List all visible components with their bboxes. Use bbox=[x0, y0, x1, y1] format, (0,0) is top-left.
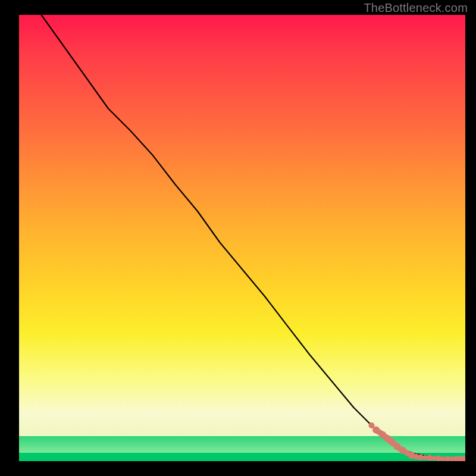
chart-overlay bbox=[19, 15, 465, 461]
data-point bbox=[427, 455, 433, 461]
data-point bbox=[436, 456, 441, 462]
plot-area bbox=[19, 15, 465, 461]
chart-frame: TheBottleneck.com bbox=[0, 0, 476, 476]
data-points-group bbox=[369, 422, 466, 461]
watermark-text: TheBottleneck.com bbox=[364, 1, 468, 15]
bottleneck-curve bbox=[42, 15, 466, 459]
data-point bbox=[418, 455, 424, 461]
data-point bbox=[444, 456, 450, 461]
